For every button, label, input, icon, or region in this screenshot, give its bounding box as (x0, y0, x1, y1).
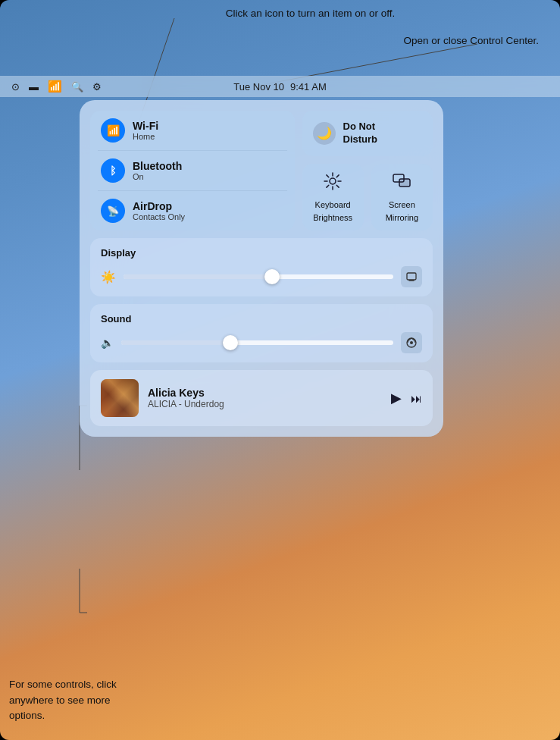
airplay-audio-button[interactable] (401, 332, 422, 353)
wifi-item[interactable]: 📶 Wi-Fi Home (101, 118, 284, 143)
dnd-title-line1: Do Not (343, 121, 378, 133)
forward-button[interactable]: ⏭ (411, 392, 422, 405)
top-row: 📶 Wi-Fi Home ᛒ Bluetooth On (90, 111, 433, 230)
annotation-more-options: For some controls, click anywhere to see… (9, 677, 134, 723)
airdrop-title: AirDrop (133, 200, 185, 213)
play-button[interactable]: ▶ (391, 390, 402, 406)
battery-menu-icon[interactable]: ▬ (29, 81, 39, 92)
svg-line-11 (336, 185, 339, 187)
now-playing-controls: ▶ ⏭ (391, 390, 422, 406)
dnd-title-line2: Disturb (343, 133, 378, 146)
screen-mirroring-toggle[interactable]: Screen Mirroring (371, 164, 433, 230)
screen-mirroring-label-line2: Mirroring (386, 213, 418, 223)
album-art (101, 379, 139, 417)
control-center-menu-icon[interactable]: ⚙ (92, 81, 102, 92)
small-toggles-row: Keyboard Brightness Screen Mirroring (302, 164, 433, 230)
svg-line-12 (336, 175, 339, 177)
menu-bar-time: 9:41 AM (290, 81, 327, 92)
svg-point-20 (410, 341, 413, 344)
annotation-control-center: Open or close Control Center. (403, 33, 539, 49)
wifi-menu-icon[interactable]: 📶 (48, 80, 62, 93)
svg-line-10 (327, 175, 329, 177)
bluetooth-icon-circle: ᛒ (101, 158, 125, 183)
display-mode-button[interactable] (401, 266, 422, 287)
wifi-icon: 📶 (107, 124, 120, 136)
now-playing-artist: Alicia Keys (148, 387, 382, 399)
sound-slider-fill (121, 340, 230, 345)
sound-slider-row: 🔈 (101, 332, 422, 353)
menu-bar: ⊙ ▬ 📶 🔍 ⚙ Tue Nov 10 9:41 AM (0, 76, 560, 97)
itunes-menu-icon[interactable]: ⊙ (11, 81, 20, 92)
screen-mirroring-icon (392, 171, 411, 196)
airdrop-item[interactable]: 📡 AirDrop Contacts Only (101, 199, 284, 223)
display-slider-fill (124, 274, 272, 279)
bluetooth-title: Bluetooth (133, 160, 182, 173)
now-playing-section: Alicia Keys ALICIA - Underdog ▶ ⏭ (90, 370, 433, 426)
connectivity-block: 📶 Wi-Fi Home ᛒ Bluetooth On (90, 111, 295, 230)
album-art-overlay (101, 379, 139, 417)
svg-rect-16 (399, 179, 410, 187)
airdrop-icon: 📡 (107, 205, 119, 217)
menu-bar-date: Tue Nov 10 (233, 81, 284, 92)
display-section: Display ☀️ (90, 238, 433, 296)
wifi-title: Wi-Fi (133, 120, 158, 133)
annotation-click-icon: Click an icon to turn an item on or off. (99, 6, 522, 21)
divider-2 (98, 190, 287, 191)
control-center-panel: 📶 Wi-Fi Home ᛒ Bluetooth On (80, 100, 443, 437)
display-slider-row: ☀️ (101, 266, 422, 287)
right-toggles: 🌙 Do Not Disturb (302, 111, 433, 230)
svg-line-13 (327, 185, 329, 187)
bluetooth-item[interactable]: ᛒ Bluetooth On (101, 158, 284, 183)
sound-volume-icon: 🔈 (101, 337, 114, 349)
display-brightness-icon: ☀️ (101, 270, 116, 284)
wifi-subtitle: Home (133, 132, 158, 141)
wifi-icon-circle: 📶 (101, 118, 125, 143)
sound-title: Sound (101, 313, 422, 325)
airdrop-icon-circle: 📡 (101, 199, 125, 223)
keyboard-brightness-label-line1: Keyboard (315, 200, 351, 210)
bluetooth-icon: ᛒ (110, 165, 116, 177)
divider-1 (98, 150, 287, 151)
sound-slider-thumb[interactable] (223, 335, 238, 350)
keyboard-brightness-label-line2: Brightness (313, 213, 352, 223)
display-slider-thumb[interactable] (264, 269, 280, 284)
display-slider[interactable] (124, 274, 393, 279)
now-playing-track: ALICIA - Underdog (148, 399, 382, 409)
bluetooth-subtitle: On (133, 172, 182, 181)
airdrop-subtitle: Contacts Only (133, 212, 185, 221)
display-title: Display (101, 247, 422, 259)
do-not-disturb-toggle[interactable]: 🌙 Do Not Disturb (302, 111, 433, 156)
sound-slider[interactable] (121, 340, 393, 345)
screen-mirroring-label-line1: Screen (389, 200, 415, 210)
svg-point-14 (330, 178, 336, 184)
svg-rect-17 (407, 273, 416, 280)
sound-section: Sound 🔈 (90, 304, 433, 362)
dnd-moon-icon: 🌙 (313, 122, 336, 145)
keyboard-brightness-icon (323, 171, 343, 196)
search-menu-icon[interactable]: 🔍 (71, 81, 83, 92)
keyboard-brightness-toggle[interactable]: Keyboard Brightness (302, 164, 364, 230)
